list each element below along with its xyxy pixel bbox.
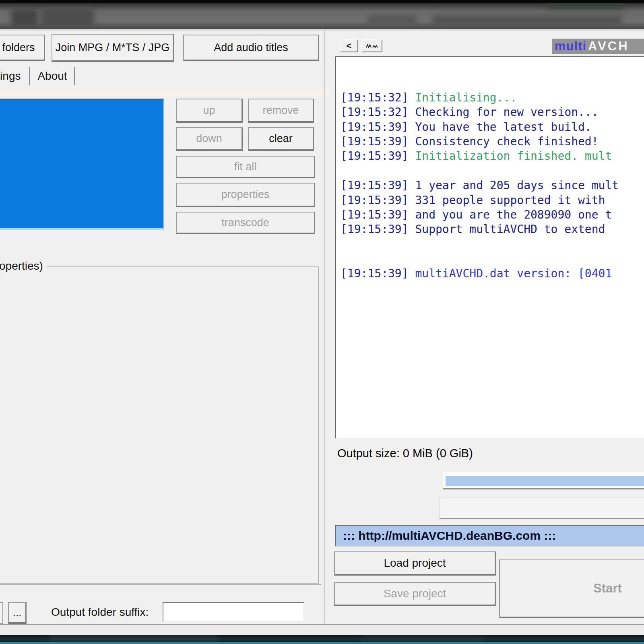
log-back-button[interactable]: < xyxy=(340,39,358,52)
website-banner[interactable]: ::: http://multiAVCHD.deanBG.com ::: xyxy=(335,525,644,547)
background-blur-text xyxy=(433,15,622,25)
progress-bar-fill xyxy=(446,476,644,486)
progress-bar-secondary xyxy=(440,497,644,519)
background-window-titlebar xyxy=(0,0,644,31)
bottom-separator xyxy=(0,584,321,585)
save-project-button[interactable]: Save project xyxy=(334,582,496,606)
add-audio-titles-button[interactable]: Add audio titles xyxy=(183,35,319,61)
add-folders-button[interactable]: D folders xyxy=(0,35,45,61)
log-lines: [19:15:32] Initialising...[19:15:32] Che… xyxy=(341,91,644,281)
background-blur-text xyxy=(547,3,624,9)
output-folder-suffix-label: Output folder suffix: xyxy=(51,606,149,619)
log-output[interactable]: [19:15:32] Initialising...[19:15:32] Che… xyxy=(335,56,644,439)
tab-page-edge xyxy=(0,89,330,96)
properties-groupbox-label: operties) xyxy=(0,259,47,273)
clear-button[interactable]: clear xyxy=(248,127,314,151)
log-line xyxy=(341,252,644,266)
logo-multi: multi xyxy=(555,39,586,54)
up-button[interactable]: up xyxy=(176,99,243,123)
join-mpg-mts-jpg-button[interactable]: Join MPG / M*TS / JPG xyxy=(52,34,174,62)
log-line: [19:15:39] 331 people supported it with xyxy=(341,193,644,208)
multiavchd-logo: multi AVCH xyxy=(552,39,644,54)
panel-divider xyxy=(324,30,325,629)
log-line: [19:15:39] and you are the 2089090 one t xyxy=(341,208,644,222)
waveform-button[interactable] xyxy=(361,39,382,52)
log-line: [19:15:39] You have the latest build. xyxy=(341,120,644,134)
cut-off-control xyxy=(0,602,3,624)
log-line: [19:15:32] Checking for new version... xyxy=(341,105,644,120)
log-line: [19:15:39] multiAVCHD.dat version: [0401 xyxy=(341,266,644,281)
start-button[interactable]: Start xyxy=(499,559,644,618)
down-button[interactable]: down xyxy=(176,127,243,151)
background-blur-tab xyxy=(11,9,38,27)
progress-bar-primary xyxy=(443,472,644,489)
log-line: [19:15:39] 1 year and 205 days since mul… xyxy=(341,178,644,193)
log-line: [19:15:39] Initialization finished. mult xyxy=(341,149,644,163)
browse-output-folder-button[interactable]: ... xyxy=(8,602,27,624)
log-line: [19:15:39] Support multiAVCHD to extend xyxy=(341,222,644,237)
transcode-button[interactable]: transcode xyxy=(176,212,315,234)
properties-button[interactable]: properties xyxy=(176,183,315,207)
properties-groupbox xyxy=(0,266,319,584)
waveform-icon xyxy=(366,43,378,49)
window-bottom-edge xyxy=(0,624,644,635)
taskbar-strip xyxy=(0,635,644,644)
log-line: [19:15:32] Initialising... xyxy=(341,91,644,105)
fit-all-button[interactable]: fit all xyxy=(176,156,315,178)
output-folder-suffix-input[interactable] xyxy=(163,602,304,622)
remove-button[interactable]: remove xyxy=(248,99,314,123)
load-project-button[interactable]: Load project xyxy=(334,551,496,576)
log-line: [19:15:39] Consistency check finished! xyxy=(341,134,644,149)
log-line xyxy=(341,164,644,178)
media-title-list[interactable] xyxy=(0,99,164,230)
tab-settings[interactable]: ttings xyxy=(0,67,30,85)
tab-about[interactable]: About xyxy=(31,67,75,85)
log-line xyxy=(341,237,644,252)
background-blur-tab xyxy=(41,8,94,27)
background-blur-text xyxy=(368,15,417,25)
output-size-label: Output size: 0 MiB (0 GiB) xyxy=(337,447,473,460)
logo-avchd: AVCH xyxy=(586,39,629,54)
